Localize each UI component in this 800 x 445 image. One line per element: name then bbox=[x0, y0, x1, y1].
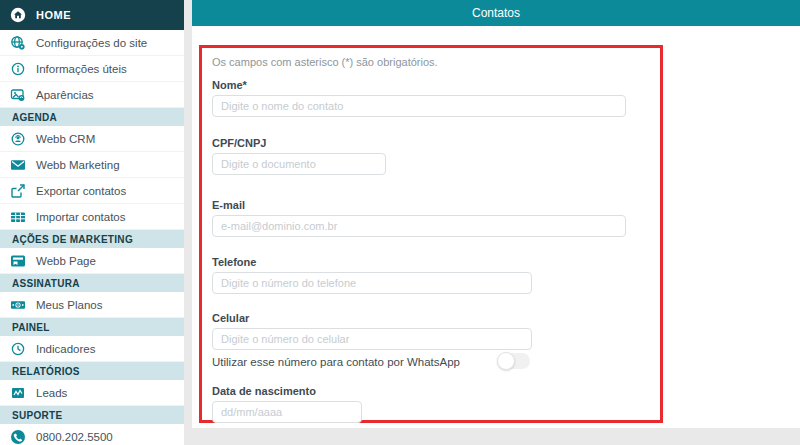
nome-input[interactable] bbox=[212, 95, 626, 117]
content-panel: Os campos com asterisco (*) são obrigató… bbox=[192, 26, 800, 428]
page-title: Contatos bbox=[472, 6, 520, 20]
sidebar-home-label: HOME bbox=[36, 9, 71, 21]
sidebar-item-label: Webb Marketing bbox=[36, 159, 120, 171]
info-circle-icon bbox=[10, 61, 26, 77]
sidebar-item-label: Webb CRM bbox=[36, 133, 95, 145]
sidebar-section-label: RELATÓRIOS bbox=[12, 366, 80, 377]
clock-icon bbox=[10, 341, 26, 357]
sidebar-item-support-phone[interactable]: 0800.202.5500 bbox=[0, 424, 184, 445]
sidebar: HOME Configurações do site Informações ú… bbox=[0, 0, 184, 445]
sidebar-section-acoes-de-marketing: AÇÕES DE MARKETING bbox=[0, 230, 184, 248]
nome-label: Nome* bbox=[212, 79, 626, 91]
contact-form-highlighted: Os campos com asterisco (*) são obrigató… bbox=[199, 45, 663, 423]
sidebar-item-webb-page[interactable]: Webb Page bbox=[0, 248, 184, 274]
sidebar-item-label: Exportar contatos bbox=[36, 185, 126, 197]
sidebar-item-label: Meus Planos bbox=[36, 299, 102, 311]
sidebar-section-label: AÇÕES DE MARKETING bbox=[12, 234, 133, 245]
chart-icon bbox=[10, 385, 26, 401]
phone-icon bbox=[10, 429, 26, 445]
browser-page-icon bbox=[10, 253, 26, 269]
sidebar-item-label: Leads bbox=[36, 387, 67, 399]
field-group-celular: Celular bbox=[212, 312, 532, 350]
sidebar-home-header[interactable]: HOME bbox=[0, 0, 184, 30]
envelope-icon bbox=[10, 157, 26, 173]
sidebar-section-painel: PAINEL bbox=[0, 318, 184, 336]
sidebar-item-indicadores[interactable]: Indicadores bbox=[0, 336, 184, 362]
data-nascimento-input[interactable] bbox=[212, 401, 362, 423]
whatsapp-option-label: Utilizar esse número para contato por Wh… bbox=[212, 356, 460, 368]
sidebar-item-label: Informações úteis bbox=[36, 63, 127, 75]
sidebar-item-label: Configurações do site bbox=[36, 37, 147, 49]
sidebar-section-relatorios: RELATÓRIOS bbox=[0, 362, 184, 380]
page-header: Contatos bbox=[192, 0, 800, 26]
cpf-cnpj-input[interactable] bbox=[212, 153, 386, 175]
sidebar-section-suporte: SUPORTE bbox=[0, 406, 184, 424]
field-group-data-nascimento: Data de nascimento bbox=[212, 385, 362, 423]
sidebar-item-meus-planos[interactable]: Meus Planos bbox=[0, 292, 184, 318]
sidebar-section-label: ASSINATURA bbox=[12, 278, 80, 289]
sidebar-item-exportar-contatos[interactable]: Exportar contatos bbox=[0, 178, 184, 204]
globe-gear-icon bbox=[10, 35, 26, 51]
whatsapp-option-row: Utilizar esse número para contato por Wh… bbox=[212, 352, 652, 370]
sidebar-item-importar-contatos[interactable]: Importar contatos bbox=[0, 204, 184, 230]
sidebar-item-informacoes[interactable]: Informações úteis bbox=[0, 56, 184, 82]
sidebar-item-webb-marketing[interactable]: Webb Marketing bbox=[0, 152, 184, 178]
table-icon bbox=[10, 209, 26, 225]
headset-person-icon bbox=[10, 131, 26, 147]
field-group-email: E-mail bbox=[212, 199, 626, 237]
sidebar-item-leads[interactable]: Leads bbox=[0, 380, 184, 406]
sidebar-item-label: Importar contatos bbox=[36, 211, 125, 223]
sidebar-section-label: SUPORTE bbox=[12, 410, 62, 421]
appearance-icon bbox=[10, 87, 26, 103]
field-group-telefone: Telefone bbox=[212, 256, 532, 294]
sidebar-section-agenda: AGENDA bbox=[0, 108, 184, 126]
home-icon bbox=[10, 7, 26, 23]
email-input[interactable] bbox=[212, 215, 626, 237]
required-fields-note: Os campos com asterisco (*) são obrigató… bbox=[212, 56, 438, 68]
sidebar-section-label: PAINEL bbox=[12, 322, 50, 333]
cpf-cnpj-label: CPF/CNPJ bbox=[212, 137, 386, 149]
sidebar-item-aparencias[interactable]: Aparências bbox=[0, 82, 184, 108]
sidebar-item-webb-crm[interactable]: Webb CRM bbox=[0, 126, 184, 152]
telefone-input[interactable] bbox=[212, 272, 532, 294]
sidebar-item-label: Webb Page bbox=[36, 255, 96, 267]
whatsapp-toggle-knob bbox=[497, 352, 515, 370]
sidebar-item-configuracoes[interactable]: Configurações do site bbox=[0, 30, 184, 56]
whatsapp-toggle[interactable] bbox=[498, 353, 530, 369]
banknote-icon bbox=[10, 297, 26, 313]
sidebar-section-assinatura: ASSINATURA bbox=[0, 274, 184, 292]
data-nascimento-label: Data de nascimento bbox=[212, 385, 362, 397]
export-icon bbox=[10, 183, 26, 199]
sidebar-item-label: Aparências bbox=[36, 89, 94, 101]
field-group-cpf-cnpj: CPF/CNPJ bbox=[212, 137, 386, 175]
sidebar-section-label: AGENDA bbox=[12, 112, 57, 123]
celular-label: Celular bbox=[212, 312, 532, 324]
sidebar-item-label: 0800.202.5500 bbox=[36, 431, 113, 443]
telefone-label: Telefone bbox=[212, 256, 532, 268]
field-group-nome: Nome* bbox=[212, 79, 626, 117]
sidebar-item-label: Indicadores bbox=[36, 343, 95, 355]
email-label: E-mail bbox=[212, 199, 626, 211]
celular-input[interactable] bbox=[212, 328, 532, 350]
